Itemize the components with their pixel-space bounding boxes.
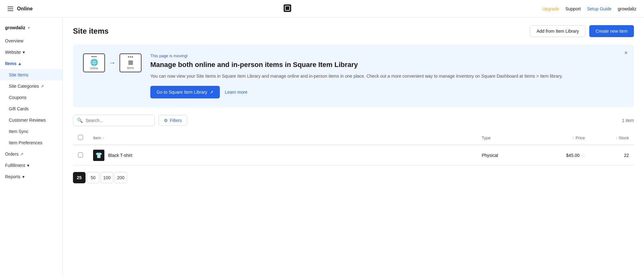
item-count: 1 item <box>622 118 634 123</box>
items-table: Item ↑ Type ↑ Price <box>73 131 634 166</box>
item-stock: 22 <box>624 153 629 158</box>
sidebar-item-coupons[interactable]: Coupons <box>0 92 63 103</box>
external-link-icon: ↗ <box>41 84 44 88</box>
filters-button[interactable]: ⚙ Filters <box>158 115 187 126</box>
item-type: Physical <box>482 153 498 158</box>
sidebar-item-website[interactable]: Website ▾ <box>0 47 63 58</box>
support-link[interactable]: Support <box>565 6 581 11</box>
row-item-cell: 👕 Black T-shirt <box>88 145 477 166</box>
item-icon: 👕 <box>95 152 102 159</box>
item-header-label: Item <box>93 136 101 140</box>
select-all-header <box>73 131 88 145</box>
chevron-up-icon: ▴ <box>19 61 21 66</box>
sidebar: growdaliz ▾ Overview Website ▾ Items ▴ S… <box>0 18 63 277</box>
sidebar-item-gift-cards[interactable]: Gift Cards <box>0 103 63 114</box>
select-all-checkbox[interactable] <box>78 135 83 140</box>
chevron-down-icon: ▾ <box>27 163 29 168</box>
page-header: Site items Add from Item Library Create … <box>73 25 634 37</box>
sort-icon: ↑ <box>573 136 575 140</box>
globe-icon: 🌐 <box>90 58 98 66</box>
sidebar-item-item-preferences[interactable]: Item Preferences <box>0 137 63 148</box>
filter-icon: ⚙ <box>164 118 168 123</box>
row-stock-cell: 22 <box>590 145 634 166</box>
sidebar-item-site-items[interactable]: Site Items <box>0 69 63 80</box>
sidebar-item-label: Customer Reviews <box>9 118 46 123</box>
item-thumbnail: 👕 <box>93 150 104 161</box>
row-checkbox-cell <box>73 145 88 166</box>
external-link-icon: ↗ <box>210 90 214 95</box>
banner-tag: This page is moving! <box>150 53 624 58</box>
row-type-cell: Physical <box>477 145 540 166</box>
learn-more-button[interactable]: Learn more <box>225 90 247 95</box>
sidebar-item-label: Item Sync <box>9 129 28 134</box>
pagination: 25 50 100 200 <box>73 172 634 183</box>
type-column-header: Type <box>477 131 540 145</box>
item-column-header[interactable]: Item ↑ <box>88 131 477 145</box>
chevron-down-icon: ▾ <box>28 26 30 30</box>
sidebar-item-site-categories[interactable]: Site Categories ↗ <box>0 80 63 92</box>
table-row: 👕 Black T-shirt Physical $45.00 ◇ <box>73 145 634 166</box>
table-body: 👕 Black T-shirt Physical $45.00 ◇ <box>73 145 634 166</box>
sidebar-item-label: Reports <box>5 174 20 179</box>
account-name: growdaliz <box>5 25 25 30</box>
price-column-header[interactable]: ↑ Price <box>540 131 590 145</box>
chevron-down-icon: ▾ <box>23 50 25 55</box>
create-new-item-button[interactable]: Create new item <box>589 25 634 37</box>
svg-rect-0 <box>284 4 291 12</box>
row-price-cell: $45.00 ◇ <box>540 145 590 166</box>
external-link-icon: ↗ <box>20 152 23 156</box>
banner-title: Manage both online and in-person items i… <box>150 61 624 69</box>
main-content: Site items Add from Item Library Create … <box>63 18 644 277</box>
user-menu[interactable]: growdaliz <box>618 6 636 11</box>
sidebar-item-reports[interactable]: Reports ▾ <box>0 171 63 182</box>
setup-guide-link[interactable]: Setup Guide <box>587 6 612 11</box>
items-icon: ▦ <box>128 59 133 66</box>
sidebar-item-label: Items <box>5 61 17 66</box>
topnav-left: Online <box>8 6 33 12</box>
page-title: Site items <box>73 27 108 36</box>
sidebar-item-fulfillment[interactable]: Fulfillment ▾ <box>0 160 63 171</box>
sidebar-item-label: Fulfillment <box>5 163 25 168</box>
edit-price-icon[interactable]: ◇ <box>581 153 585 158</box>
upgrade-link[interactable]: Upgrade <box>542 6 559 11</box>
per-page-25[interactable]: 25 <box>73 172 86 183</box>
per-page-200[interactable]: 200 <box>114 172 127 183</box>
search-input[interactable] <box>86 118 151 123</box>
search-wrapper: 🔍 <box>73 115 155 126</box>
sidebar-item-overview[interactable]: Overview <box>0 35 63 47</box>
top-navigation: Online Upgrade Support Setup Guide growd… <box>0 0 644 18</box>
type-header-label: Type <box>482 136 491 140</box>
sidebar-item-customer-reviews[interactable]: Customer Reviews <box>0 114 63 126</box>
row-checkbox[interactable] <box>78 152 83 158</box>
sidebar-item-orders[interactable]: Orders ↗ <box>0 148 63 160</box>
per-page-50[interactable]: 50 <box>87 172 99 183</box>
chevron-down-icon: ▾ <box>22 174 25 179</box>
per-page-100[interactable]: 100 <box>101 172 113 183</box>
stock-column-header[interactable]: ↑ Stock <box>590 131 634 145</box>
topnav-right: Upgrade Support Setup Guide growdaliz <box>542 6 636 11</box>
sidebar-item-items[interactable]: Items ▴ <box>0 58 63 69</box>
sidebar-item-label: Site Items <box>9 72 28 77</box>
hamburger-menu[interactable] <box>8 7 13 11</box>
account-switcher[interactable]: growdaliz ▾ <box>0 23 63 35</box>
sidebar-item-label: Orders <box>5 152 19 157</box>
sidebar-item-label: Site Categories <box>9 84 39 89</box>
sidebar-item-item-sync[interactable]: Item Sync <box>0 126 63 137</box>
close-banner-button[interactable]: × <box>624 50 628 56</box>
brand-label: Online <box>17 6 33 12</box>
add-from-library-button[interactable]: Add from Item Library <box>530 25 586 37</box>
go-to-library-button[interactable]: Go to Square Item Library ↗ <box>150 86 220 98</box>
item-name[interactable]: Black T-shirt <box>108 153 132 158</box>
price-header-label: Price <box>575 136 585 140</box>
stock-header-label: Stock <box>619 136 629 140</box>
item-price: $45.00 <box>566 153 580 158</box>
banner-content: This page is moving! Manage both online … <box>150 53 624 98</box>
sidebar-item-label: Website <box>5 50 21 55</box>
sort-asc-icon: ↑ <box>102 136 104 140</box>
go-to-library-label: Go to Square Item Library <box>157 90 207 95</box>
toolbar: 🔍 ⚙ Filters 1 item <box>73 115 634 126</box>
banner-illustration: 🌐 Online → ▦ Items <box>83 53 142 72</box>
sort-icon: ↑ <box>616 136 618 140</box>
page-header-actions: Add from Item Library Create new item <box>530 25 634 37</box>
online-box-icon: 🌐 Online <box>83 53 105 72</box>
